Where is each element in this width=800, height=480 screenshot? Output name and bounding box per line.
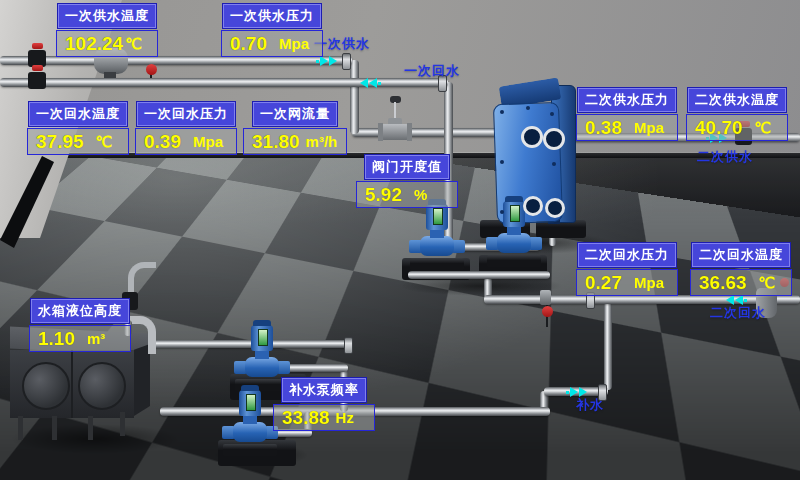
gauge-value: 0.38 (585, 117, 622, 139)
valve-handwheel[interactable] (542, 306, 553, 317)
gauge-title: 一次供水压力 (223, 4, 321, 28)
gauge-unit: m³/h (306, 133, 338, 150)
hx-port (545, 198, 565, 218)
valve-handle[interactable] (32, 43, 43, 49)
pump-volute (233, 422, 267, 442)
hx-port (543, 128, 565, 150)
gauge-primary-supply-temp: 一次供水温度 102.24℃ (56, 4, 158, 57)
gauge-value: 102.24 (65, 33, 123, 55)
pump-indicator (510, 205, 520, 222)
gauge-unit: Mpa (193, 133, 223, 150)
pump-neck (430, 229, 444, 238)
gauge-valve-opening: 阀门开度值 5.92% (356, 155, 458, 208)
gauge-makeup-pump-freq: 补水泵频率 33.88Hz (273, 378, 375, 431)
hx-port (521, 126, 543, 148)
tank-manhole (22, 362, 70, 410)
hx-bolts (500, 110, 504, 114)
tank-leg (52, 416, 57, 440)
pipe-label-makeup: 补水 (576, 396, 604, 414)
pump-cap (253, 320, 271, 326)
pipe-label-secondary-supply: 二次供水 (697, 148, 753, 166)
gauge-title: 二次回水温度 (692, 243, 790, 267)
pump-volute (497, 233, 531, 253)
valve-flange (407, 123, 412, 141)
pump-indicator (433, 208, 443, 225)
gauge-value: 0.70 (230, 33, 267, 55)
pump-discharge-manifold (408, 271, 550, 279)
gauge-primary-supply-pressure: 一次供水压力 0.70Mpa (221, 4, 323, 57)
gauge-title: 一次供水温度 (58, 4, 156, 28)
gauge-title: 水箱液位高度 (31, 299, 129, 323)
gauge-unit: ℃ (125, 35, 142, 53)
pump-cap (241, 385, 259, 391)
pipe-label-secondary-return: 二次回水 (710, 304, 766, 322)
tank-leg (18, 416, 23, 440)
pump-volute (245, 357, 279, 377)
gauge-value: 1.10 (38, 328, 75, 350)
gauge-unit: Hz (336, 409, 354, 426)
pipe-flange (344, 337, 353, 354)
pump-volute (420, 236, 454, 256)
gauge-unit: Mpa (279, 35, 309, 52)
gauge-unit: Mpa (634, 274, 664, 291)
hx-port (523, 196, 543, 216)
filter-drain (104, 72, 116, 78)
gauge-primary-return-pressure: 一次回水压力 0.39Mpa (135, 102, 237, 155)
pump-indicator (258, 329, 268, 346)
gauge-unit: ℃ (96, 133, 113, 151)
gauge-value: 37.95 (36, 131, 84, 153)
flow-arrows-left (360, 78, 381, 88)
control-valve-body[interactable] (380, 124, 410, 140)
gauge-unit: m³ (87, 330, 105, 347)
flow-dot (378, 82, 381, 85)
tank-manhole (78, 362, 126, 410)
gauge-secondary-supply-temp: 二次供水温度 40.70℃ (686, 88, 788, 141)
shutoff-valve[interactable] (28, 72, 46, 89)
gauge-primary-flow: 一次网流量 31.80m³/h (243, 102, 347, 155)
valve-handle[interactable] (32, 65, 43, 71)
circulation-pump[interactable] (417, 198, 457, 270)
gauge-title: 补水泵频率 (282, 378, 366, 402)
pipe-makeup-riser (604, 300, 612, 390)
gauge-value: 36.63 (699, 272, 747, 294)
arrow-left-icon (360, 78, 368, 88)
makeup-pump[interactable] (230, 384, 270, 456)
sensor-fitting (540, 290, 551, 305)
pump-cap (505, 196, 523, 202)
gauge-value: 40.70 (695, 117, 743, 139)
gauge-title: 二次回水压力 (578, 243, 676, 267)
gauge-title: 二次供水压力 (578, 88, 676, 112)
flow-dot (744, 299, 747, 302)
tank-leg (120, 412, 125, 436)
gauge-value: 0.27 (585, 272, 622, 294)
tank-shadow (10, 424, 180, 454)
gauge-value: 31.80 (252, 131, 300, 153)
arrow-right-icon (329, 56, 337, 66)
tank-fill-pipe (128, 316, 156, 354)
pump-neck (507, 226, 521, 235)
flow-dot (566, 391, 569, 394)
pump-neck (255, 350, 269, 359)
gauge-unit: % (414, 186, 427, 203)
arrow-left-icon (369, 78, 377, 88)
pressure-gauge (146, 64, 157, 75)
pipe-primary-supply (0, 56, 352, 65)
gauge-secondary-return-temp: 二次回水温度 36.63℃ (690, 243, 792, 296)
gauge-title: 一次回水温度 (29, 102, 127, 126)
pump-base (410, 258, 464, 270)
pump-neck (243, 415, 257, 424)
gauge-unit: ℃ (755, 119, 772, 137)
gauge-unit: Mpa (634, 119, 664, 136)
valve-flange (378, 123, 383, 141)
tank-side (134, 344, 150, 416)
scada-hmi-screen: 一次供水 一次回水 二次供水 二次回水 补水 一次供水温度 102.24℃ 一次… (0, 0, 800, 480)
pipe-secondary-return (484, 295, 800, 304)
gauge-value: 33.88 (282, 407, 330, 429)
tank-seam (71, 350, 73, 418)
pipe-primary-supply-drop (350, 60, 359, 134)
gauge-title: 一次网流量 (253, 102, 337, 126)
flow-dot (316, 60, 319, 63)
gauge-unit: ℃ (759, 274, 776, 292)
gauge-title: 阀门开度值 (365, 155, 449, 179)
gauge-primary-return-temp: 一次回水温度 37.95℃ (27, 102, 129, 155)
